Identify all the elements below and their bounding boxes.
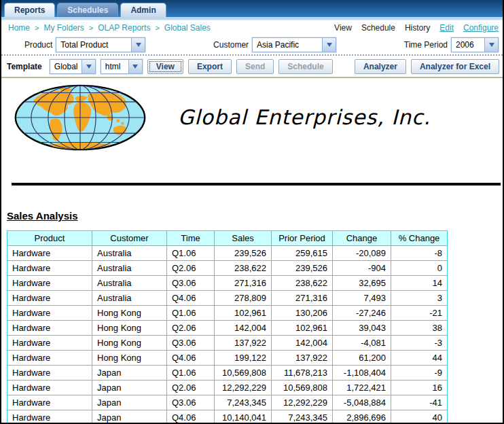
table-cell: Australia [92,246,167,261]
table-cell: 38 [391,321,448,336]
time-period-dropdown[interactable]: 2006 [451,37,499,52]
table-cell: -41 [391,395,448,410]
table-cell: 32,695 [333,276,391,291]
table-cell: Japan [92,381,167,395]
chevron-down-icon[interactable] [128,60,142,73]
product-dropdown[interactable]: Total Product [56,37,145,52]
table-cell: Q1.06 [167,306,215,321]
table-row: HardwareHong KongQ1.06102,961130,206-27,… [7,306,448,321]
table-row: HardwareJapanQ3.067,243,34512,292,229-5,… [7,395,448,410]
customer-parameter: Customer Asia Pacific [213,37,336,52]
export-button[interactable]: Export [188,59,232,74]
table-row: HardwareHong KongQ2.06142,004102,96139,0… [7,321,448,336]
chevron-down-icon[interactable] [322,38,336,52]
table-cell: 278,809 [215,291,272,306]
table-cell: Hardware [7,276,92,291]
table-cell: 7,243,345 [272,410,333,424]
table-cell: 142,004 [272,336,333,351]
table-cell: 238,622 [272,276,333,291]
tab-admin[interactable]: Admin [120,3,166,17]
view-button[interactable]: View [147,59,183,74]
table-cell: Hong Kong [92,351,167,366]
company-logo-band: Global Enterprises, Inc. [1,78,503,152]
table-cell: -3 [391,336,448,351]
format-dropdown[interactable]: html [101,59,143,74]
template-toolbar: Template Global html View Export Send Sc… [1,56,503,77]
table-cell: Hardware [7,306,92,321]
chevron-down-icon[interactable] [484,38,498,52]
action-schedule[interactable]: Schedule [361,23,395,33]
table-cell: Australia [92,291,167,306]
analyzer-controls: Analyzer Analyzer for Excel [355,59,499,74]
table-cell: Q1.06 [167,366,215,381]
table-cell: Hardware [7,395,92,410]
table-cell: Japan [92,366,167,381]
table-cell: 40 [391,410,448,424]
table-cell: Q3.06 [167,336,215,351]
col-header-customer: Customer [92,231,167,246]
customer-dropdown[interactable]: Asia Pacific [252,37,336,52]
table-cell: -8 [391,246,448,261]
action-history[interactable]: History [405,23,430,33]
breadcrumb-home[interactable]: Home [8,23,30,33]
table-cell: 10,569,808 [215,366,272,381]
col-header-product: Product [7,231,92,246]
breadcrumb-separator: > [155,24,159,32]
table-cell: Q2.06 [167,321,215,336]
table-cell: -904 [333,261,391,276]
table-cell: 0 [391,261,448,276]
template-dropdown[interactable]: Global [50,59,96,74]
table-cell: 3 [391,291,448,306]
table-cell: Q2.06 [167,261,215,276]
main-tab-bar: Reports Schedules Admin [1,0,503,17]
table-header-row: Product Customer Time Sales Prior Period… [7,231,448,246]
table-cell: Australia [92,261,167,276]
table-cell: 271,316 [272,291,333,306]
table-cell: Q3.06 [167,395,215,410]
table-cell: Hardware [7,351,92,366]
tab-schedules[interactable]: Schedules [57,3,118,17]
col-header-pct-change: % Change [391,231,448,246]
table-row: HardwareAustraliaQ1.06239,526259,615-20,… [7,246,448,261]
table-cell: -1,108,404 [333,366,391,381]
table-cell: 102,961 [215,306,272,321]
product-dropdown-value: Total Product [56,38,131,52]
table-row: HardwareAustraliaQ3.06271,316238,62232,6… [7,276,448,291]
table-cell: Japan [92,395,167,410]
breadcrumb-my-folders[interactable]: My Folders [43,23,84,33]
schedule-button: Schedule [278,59,332,74]
report-actions: View Schedule History Edit Configure [334,23,499,33]
table-cell: 12,292,229 [272,395,333,410]
analyzer-button[interactable]: Analyzer [355,59,406,74]
table-cell: -5,048,884 [333,395,391,410]
action-configure-link[interactable]: Configure [463,23,499,33]
action-edit-link[interactable]: Edit [439,23,454,33]
action-view[interactable]: View [334,23,352,33]
chevron-down-icon[interactable] [131,38,145,52]
time-period-parameter: Time Period 2006 [404,37,499,52]
breadcrumb-olap-reports[interactable]: OLAP Reports [98,23,150,33]
breadcrumb-separator: > [89,24,93,32]
table-row: HardwareJapanQ2.0612,292,22910,569,8081,… [7,381,448,395]
table-cell: 259,615 [272,246,333,261]
breadcrumb: Home > My Folders > OLAP Reports > Globa… [8,23,211,33]
analyzer-for-excel-button[interactable]: Analyzer for Excel [411,59,499,74]
table-cell: Q3.06 [167,276,215,291]
send-button: Send [236,59,274,74]
chevron-down-icon[interactable] [82,60,94,73]
col-header-sales: Sales [215,231,272,246]
table-cell: Q4.06 [167,351,215,366]
table-cell: 44 [391,351,448,366]
table-cell: Q2.06 [167,381,215,395]
col-header-time: Time [167,231,215,246]
section-rule [12,183,501,186]
table-cell: Q4.06 [167,410,215,424]
table-row: HardwareAustraliaQ2.06238,622239,526-904… [7,261,448,276]
breadcrumb-separator: > [35,24,39,32]
table-cell: -9 [391,366,448,381]
table-row: HardwareJapanQ4.0610,140,0417,243,3452,8… [7,410,448,424]
table-cell: 137,922 [272,351,333,366]
time-period-dropdown-value: 2006 [452,38,484,52]
table-row: HardwareHong KongQ4.06199,122137,92261,2… [7,351,448,366]
tab-reports[interactable]: Reports [4,3,55,17]
